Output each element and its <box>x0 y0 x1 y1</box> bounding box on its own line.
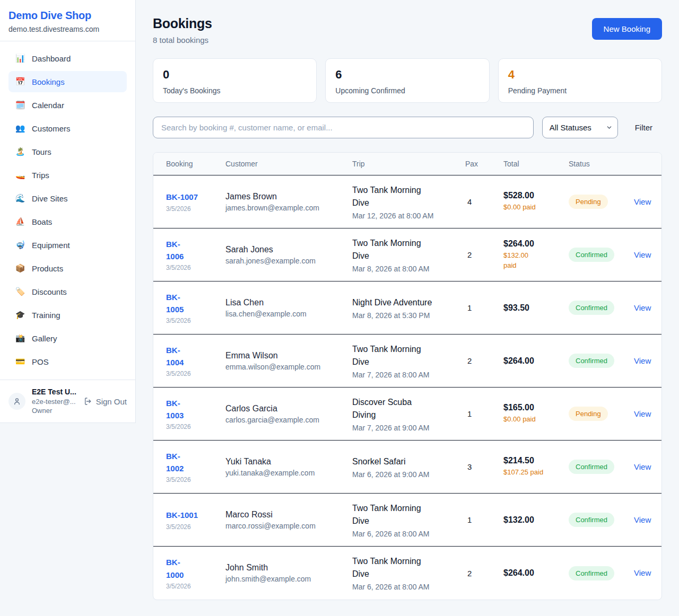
sign-out-button[interactable]: Sign Out <box>84 397 127 406</box>
stat-value: 0 <box>163 68 307 82</box>
sidebar-item-trips[interactable]: 🚤 Trips <box>8 164 127 186</box>
trip-datetime: Mar 8, 2026 at 8:00 AM <box>352 265 465 273</box>
status-select[interactable]: All Statuses <box>542 117 618 138</box>
view-link[interactable]: View <box>634 250 651 259</box>
booking-date: 3/5/2026 <box>166 205 225 213</box>
trip-title: Two Tank Morning Dive <box>352 237 465 262</box>
view-link[interactable]: View <box>634 356 651 365</box>
sidebar-item-discounts[interactable]: 🏷️ Discounts <box>8 281 127 302</box>
booking-id-link[interactable]: BK- 1003 <box>166 397 225 422</box>
status-cell: Confirmed <box>569 460 634 474</box>
status-cell: Confirmed <box>569 354 634 368</box>
status-badge: Confirmed <box>569 248 614 262</box>
sidebar-item-tours[interactable]: 🏝️ Tours <box>8 141 127 162</box>
user-info: E2E Test U... e2e-tester@... Owner <box>32 387 77 416</box>
page-subtitle: 8 total bookings <box>153 36 212 45</box>
trip-datetime: Mar 6, 2026 at 8:00 AM <box>352 583 465 591</box>
booking-cell: BK- 1005 3/5/2026 <box>166 291 225 325</box>
sidebar-item-bookings[interactable]: 📅 Bookings <box>8 71 127 92</box>
sidebar-item-products[interactable]: 📦 Products <box>8 258 127 279</box>
booking-cell: BK- 1006 3/5/2026 <box>166 238 225 272</box>
table-body: BK-1007 3/5/2026 James Brown james.brown… <box>153 175 661 600</box>
stat-label: Today's Bookings <box>163 86 307 95</box>
sidebar: Demo Dive Shop demo.test.divestreams.com… <box>0 0 136 423</box>
trip-title: Two Tank Morning Dive <box>352 502 465 527</box>
status-badge: Pending <box>569 407 608 421</box>
pax-value: 2 <box>465 356 503 365</box>
sidebar-item-dashboard[interactable]: 📊 Dashboard <box>8 48 127 69</box>
customer-email: yuki.tanaka@example.com <box>225 469 352 477</box>
view-link[interactable]: View <box>634 303 651 312</box>
trip-cell: Two Tank Morning Dive Mar 6, 2026 at 8:0… <box>352 502 465 538</box>
sidebar-item-gallery[interactable]: 📸 Gallery <box>8 328 127 349</box>
view-link[interactable]: View <box>634 462 651 471</box>
sidebar-item-dive-sites[interactable]: 🌊 Dive Sites <box>8 188 127 209</box>
view-link[interactable]: View <box>634 197 651 206</box>
booking-id-link[interactable]: BK- 1005 <box>166 291 225 316</box>
total-amount: $528.00 <box>503 191 569 200</box>
booking-id-link[interactable]: BK-1001 <box>166 509 225 521</box>
trip-cell: Two Tank Morning Dive Mar 12, 2026 at 8:… <box>352 184 465 220</box>
shop-name: Demo Dive Shop <box>8 10 127 22</box>
action-cell: View <box>634 197 651 207</box>
total-cell: $93.50 <box>503 303 569 313</box>
action-cell: View <box>634 462 651 472</box>
filter-button[interactable]: Filter <box>625 123 662 132</box>
user-name: E2E Test U... <box>32 387 77 397</box>
customer-cell: Marco Rossi marco.rossi@example.com <box>225 510 352 530</box>
page-header: Bookings 8 total bookings New Booking <box>153 16 662 45</box>
table-row: BK- 1006 3/5/2026 Sarah Jones sarah.jone… <box>153 228 661 281</box>
trip-cell: Two Tank Morning Dive Mar 6, 2026 at 8:0… <box>352 555 465 591</box>
pax-value: 3 <box>465 462 503 471</box>
trips-icon: 🚤 <box>15 170 25 180</box>
trip-title: Snorkel Safari <box>352 455 465 468</box>
shop-domain: demo.test.divestreams.com <box>8 25 127 33</box>
sidebar-item-label: POS <box>32 357 49 366</box>
table-row: BK- 1004 3/5/2026 Emma Wilson emma.wilso… <box>153 335 661 388</box>
search-input[interactable] <box>153 117 534 138</box>
sidebar-item-label: Gallery <box>32 334 57 343</box>
customer-cell: Lisa Chen lisa.chen@example.com <box>225 298 352 318</box>
booking-id-link[interactable]: BK- 1006 <box>166 238 225 263</box>
total-amount: $93.50 <box>503 303 569 313</box>
booking-id-link[interactable]: BK- 1004 <box>166 344 225 369</box>
total-amount: $132.00 <box>503 515 569 525</box>
sidebar-item-calendar[interactable]: 🗓️ Calendar <box>8 94 127 116</box>
booking-id-link[interactable]: BK- 1000 <box>166 556 225 581</box>
booking-id-link[interactable]: BK- 1002 <box>166 450 225 475</box>
sign-out-label: Sign Out <box>96 397 127 406</box>
customer-name: Carlos Garcia <box>225 404 352 413</box>
booking-id-link[interactable]: BK-1007 <box>166 191 225 203</box>
table-row: BK-1001 3/5/2026 Marco Rossi marco.rossi… <box>153 494 661 547</box>
sidebar-item-pos[interactable]: 💳 POS <box>8 351 127 372</box>
sidebar-item-training[interactable]: 🎓 Training <box>8 304 127 325</box>
tours-icon: 🏝️ <box>15 147 25 156</box>
table-row: BK-1007 3/5/2026 James Brown james.brown… <box>153 175 661 228</box>
sidebar-item-label: Dashboard <box>32 54 71 63</box>
customer-email: james.brown@example.com <box>225 204 352 212</box>
status-badge: Confirmed <box>569 566 614 580</box>
sign-out-icon <box>84 397 92 406</box>
trip-title: Two Tank Morning Dive <box>352 343 465 368</box>
discounts-icon: 🏷️ <box>15 287 25 296</box>
sidebar-item-label: Bookings <box>32 77 65 86</box>
sidebar-item-customers[interactable]: 👥 Customers <box>8 118 127 139</box>
sidebar-item-label: Boats <box>32 217 52 226</box>
paid-amount: $0.00 paid <box>503 203 569 213</box>
status-cell: Confirmed <box>569 566 634 580</box>
customer-name: Sarah Jones <box>225 245 352 254</box>
pax-value: 1 <box>465 303 503 312</box>
trip-datetime: Mar 7, 2026 at 8:00 AM <box>352 371 465 379</box>
sidebar-item-equipment[interactable]: 🤿 Equipment <box>8 234 127 256</box>
new-booking-button[interactable]: New Booking <box>592 18 662 40</box>
column-header: Pax <box>465 160 503 168</box>
table-row: BK- 1003 3/5/2026 Carlos Garcia carlos.g… <box>153 388 661 441</box>
page-header-text: Bookings 8 total bookings <box>153 16 212 45</box>
column-header: Total <box>503 160 569 168</box>
view-link[interactable]: View <box>634 409 651 418</box>
status-badge: Confirmed <box>569 460 614 474</box>
view-link[interactable]: View <box>634 515 651 524</box>
view-link[interactable]: View <box>634 568 651 577</box>
trip-datetime: Mar 12, 2026 at 8:00 AM <box>352 212 465 220</box>
sidebar-item-boats[interactable]: ⛵ Boats <box>8 211 127 232</box>
